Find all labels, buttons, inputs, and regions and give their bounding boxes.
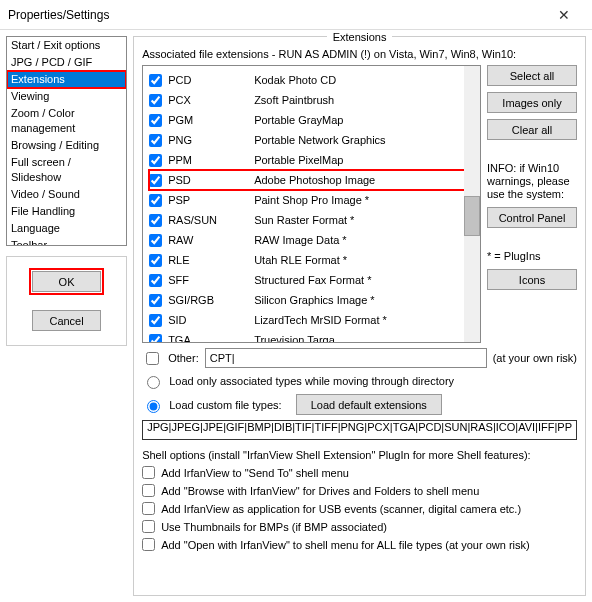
cancel-button[interactable]: Cancel bbox=[32, 310, 101, 331]
category-item[interactable]: JPG / PCD / GIF bbox=[7, 54, 126, 71]
chk-sendto-box[interactable] bbox=[142, 466, 155, 479]
chk-browse[interactable]: Add "Browse with IrfanView" for Drives a… bbox=[142, 484, 577, 497]
extension-row[interactable]: PGMPortable GrayMap bbox=[149, 110, 474, 130]
extension-checkbox[interactable] bbox=[149, 214, 162, 227]
extension-row[interactable]: TGATruevision Targa bbox=[149, 330, 474, 343]
chk-usb-box[interactable] bbox=[142, 502, 155, 515]
radio-assoc-only-input[interactable] bbox=[147, 376, 160, 389]
extension-code: PSD bbox=[168, 174, 248, 186]
chk-browse-box[interactable] bbox=[142, 484, 155, 497]
extension-desc: Truevision Targa bbox=[254, 334, 335, 343]
icons-button[interactable]: Icons bbox=[487, 269, 577, 290]
close-icon[interactable]: ✕ bbox=[544, 1, 584, 29]
custom-types-input[interactable]: JPG|JPEG|JPE|GIF|BMP|DIB|TIF|TIFF|PNG|PC… bbox=[142, 420, 577, 440]
extension-row[interactable]: PNGPortable Network Graphics bbox=[149, 130, 474, 150]
extension-checkbox[interactable] bbox=[149, 74, 162, 87]
chk-thumbs-box[interactable] bbox=[142, 520, 155, 533]
extension-code: PNG bbox=[168, 134, 248, 146]
radio-custom[interactable]: Load custom file types: bbox=[142, 397, 282, 413]
extension-checkbox[interactable] bbox=[149, 314, 162, 327]
category-item[interactable]: Viewing bbox=[7, 88, 126, 105]
chk-thumbs[interactable]: Use Thumbnails for BMPs (if BMP associat… bbox=[142, 520, 577, 533]
select-all-button[interactable]: Select all bbox=[487, 65, 577, 86]
chk-sendto[interactable]: Add IrfanView to "Send To" shell menu bbox=[142, 466, 577, 479]
radio-custom-label: Load custom file types: bbox=[169, 399, 282, 411]
dialog-buttons: OK Cancel bbox=[6, 256, 127, 346]
extension-checkbox[interactable] bbox=[149, 174, 162, 187]
category-item[interactable]: Video / Sound bbox=[7, 186, 126, 203]
category-item[interactable]: Toolbar bbox=[7, 237, 126, 246]
left-pane: Start / Exit optionsJPG / PCD / GIFExten… bbox=[6, 36, 127, 596]
category-item[interactable]: Zoom / Color management bbox=[7, 105, 126, 137]
extension-code: TGA bbox=[168, 334, 248, 343]
extension-checkbox[interactable] bbox=[149, 134, 162, 147]
extension-desc: Utah RLE Format * bbox=[254, 254, 347, 266]
extension-checkbox[interactable] bbox=[149, 94, 162, 107]
category-item[interactable]: Browsing / Editing bbox=[7, 137, 126, 154]
chk-usb[interactable]: Add IrfanView as application for USB eve… bbox=[142, 502, 577, 515]
extension-checkbox[interactable] bbox=[149, 234, 162, 247]
extension-list[interactable]: PCDKodak Photo CDPCXZsoft PaintbrushPGMP… bbox=[142, 65, 481, 343]
group-title: Extensions bbox=[327, 30, 393, 44]
window-title: Properties/Settings bbox=[8, 8, 544, 22]
titlebar: Properties/Settings ✕ bbox=[0, 0, 592, 30]
category-item[interactable]: Language bbox=[7, 220, 126, 237]
chk-openwith[interactable]: Add "Open with IrfanView" to shell menu … bbox=[142, 538, 577, 551]
extension-desc: LizardTech MrSID Format * bbox=[254, 314, 387, 326]
category-item[interactable]: Start / Exit options bbox=[7, 37, 126, 54]
extension-row[interactable]: RAS/SUNSun Raster Format * bbox=[149, 210, 474, 230]
extension-row[interactable]: PPMPortable PixelMap bbox=[149, 150, 474, 170]
category-item[interactable]: File Handling bbox=[7, 203, 126, 220]
extension-code: PPM bbox=[168, 154, 248, 166]
extension-desc: Structured Fax Format * bbox=[254, 274, 371, 286]
extension-code: PSP bbox=[168, 194, 248, 206]
info-text: INFO: if Win10 warnings, please use the … bbox=[487, 162, 577, 201]
load-default-button[interactable]: Load default extensions bbox=[296, 394, 442, 415]
extension-checkbox[interactable] bbox=[149, 154, 162, 167]
extension-checkbox[interactable] bbox=[149, 254, 162, 267]
extension-checkbox[interactable] bbox=[149, 194, 162, 207]
radio-custom-input[interactable] bbox=[147, 400, 160, 413]
extension-desc: Adobe Photoshop Image bbox=[254, 174, 375, 186]
extension-checkbox[interactable] bbox=[149, 334, 162, 344]
scrollbar-thumb[interactable] bbox=[464, 196, 480, 236]
extension-row[interactable]: SFFStructured Fax Format * bbox=[149, 270, 474, 290]
plugins-note: * = PlugIns bbox=[487, 250, 577, 263]
shell-header: Shell options (install "IrfanView Shell … bbox=[142, 449, 577, 461]
extension-desc: Zsoft Paintbrush bbox=[254, 94, 334, 106]
extension-desc: Paint Shop Pro Image * bbox=[254, 194, 369, 206]
extension-desc: Portable Network Graphics bbox=[254, 134, 385, 146]
extension-row[interactable]: PCXZsoft Paintbrush bbox=[149, 90, 474, 110]
ok-button[interactable]: OK bbox=[32, 271, 101, 292]
category-item[interactable]: Extensions bbox=[7, 71, 126, 88]
extension-checkbox[interactable] bbox=[149, 114, 162, 127]
extension-row[interactable]: SIDLizardTech MrSID Format * bbox=[149, 310, 474, 330]
radio-assoc-only[interactable]: Load only associated types while moving … bbox=[142, 373, 577, 389]
radio-assoc-only-label: Load only associated types while moving … bbox=[169, 375, 454, 387]
extension-row[interactable]: PSPPaint Shop Pro Image * bbox=[149, 190, 474, 210]
extension-row[interactable]: PSDAdobe Photoshop Image bbox=[149, 170, 474, 190]
extension-code: SGI/RGB bbox=[168, 294, 248, 306]
extension-code: SFF bbox=[168, 274, 248, 286]
other-risk: (at your own risk) bbox=[493, 352, 577, 364]
extension-checkbox[interactable] bbox=[149, 294, 162, 307]
extensions-area: PCDKodak Photo CDPCXZsoft PaintbrushPGMP… bbox=[142, 65, 577, 343]
control-panel-button[interactable]: Control Panel bbox=[487, 207, 577, 228]
other-checkbox[interactable] bbox=[146, 352, 159, 365]
extension-checkbox[interactable] bbox=[149, 274, 162, 287]
clear-all-button[interactable]: Clear all bbox=[487, 119, 577, 140]
extension-row[interactable]: RAWRAW Image Data * bbox=[149, 230, 474, 250]
extension-desc: Silicon Graphics Image * bbox=[254, 294, 374, 306]
extension-desc: Kodak Photo CD bbox=[254, 74, 336, 86]
extension-desc: RAW Image Data * bbox=[254, 234, 347, 246]
category-item[interactable]: Full screen / Slideshow bbox=[7, 154, 126, 186]
category-list[interactable]: Start / Exit optionsJPG / PCD / GIFExten… bbox=[6, 36, 127, 246]
assoc-hint: Associated file extensions - RUN AS ADMI… bbox=[142, 48, 577, 60]
chk-openwith-box[interactable] bbox=[142, 538, 155, 551]
images-only-button[interactable]: Images only bbox=[487, 92, 577, 113]
extension-row[interactable]: PCDKodak Photo CD bbox=[149, 70, 474, 90]
extension-row[interactable]: SGI/RGBSilicon Graphics Image * bbox=[149, 290, 474, 310]
other-input[interactable] bbox=[205, 348, 487, 368]
extension-desc: Portable PixelMap bbox=[254, 154, 343, 166]
extension-row[interactable]: RLEUtah RLE Format * bbox=[149, 250, 474, 270]
